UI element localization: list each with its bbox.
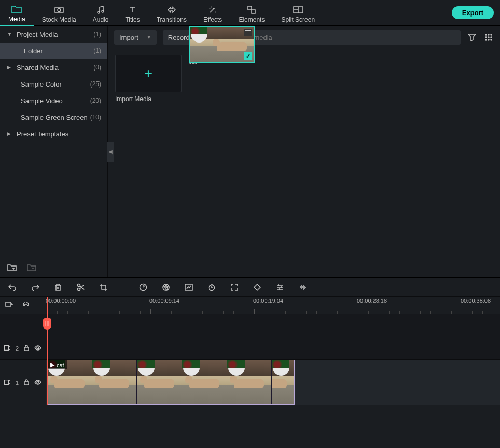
sidebar-item-project-media[interactable]: ▼ Project Media (1) <box>0 26 107 43</box>
filter-icon[interactable] <box>467 32 477 43</box>
media-clip-cat[interactable]: ✓ cat <box>189 55 255 65</box>
svg-rect-0 <box>55 7 63 13</box>
tab-titles[interactable]: Titles <box>117 0 148 26</box>
svg-point-25 <box>37 347 39 349</box>
chevron-right-icon: ▶ <box>7 65 12 70</box>
color-icon[interactable] <box>161 282 171 292</box>
chevron-right-icon: ▶ <box>7 131 12 136</box>
svg-point-8 <box>485 34 487 35</box>
sidebar-list: ▼ Project Media (1) Folder (1) ▶ Shared … <box>0 26 107 259</box>
search-input[interactable] <box>231 34 455 41</box>
sidebar-item-sample-green-screen[interactable]: Sample Green Screen (10) <box>0 109 107 125</box>
import-dropdown[interactable]: Import ▼ <box>114 30 157 45</box>
grid-view-icon[interactable] <box>483 32 494 43</box>
undo-icon[interactable] <box>7 282 18 292</box>
lock-icon[interactable] <box>24 345 29 352</box>
svg-point-14 <box>485 39 487 40</box>
sidebar-item-sample-video[interactable]: Sample Video (20) <box>0 92 107 109</box>
svg-point-15 <box>488 39 489 40</box>
delete-icon[interactable] <box>53 282 63 292</box>
tab-split-screen[interactable]: Split Screen <box>273 0 323 26</box>
add-track-icon[interactable] <box>5 301 13 310</box>
sidebar-collapse-handle[interactable]: ◀ <box>107 142 114 162</box>
crop-icon[interactable] <box>99 282 109 292</box>
svg-point-11 <box>485 37 487 38</box>
svg-rect-22 <box>6 302 11 306</box>
tab-label: Split Screen <box>281 16 315 23</box>
timeline-panel: 00:00:00:0000:00:09:1400:00:19:0400:00:2… <box>0 277 500 405</box>
sidebar-item-preset-templates[interactable]: ▶ Preset Templates <box>0 125 107 142</box>
green-screen-icon[interactable] <box>184 282 194 292</box>
text-icon <box>128 5 138 15</box>
delete-folder-icon[interactable] <box>27 264 36 273</box>
ruler-time-label: 00:00:19:04 <box>253 298 283 304</box>
svg-point-13 <box>491 37 492 38</box>
new-folder-icon[interactable] <box>7 264 17 273</box>
svg-rect-5 <box>252 10 255 13</box>
tab-effects[interactable]: Effects <box>195 0 230 26</box>
tab-label: Transitions <box>157 16 187 23</box>
sidebar-item-sample-color[interactable]: Sample Color (25) <box>0 76 107 92</box>
link-icon[interactable] <box>22 301 30 310</box>
music-icon <box>95 5 106 15</box>
export-button[interactable]: Export <box>452 6 494 19</box>
duration-icon[interactable] <box>206 282 217 292</box>
tab-label: Elements <box>239 16 265 23</box>
svg-point-28 <box>37 381 39 383</box>
sidebar-item-folder[interactable]: Folder (1) <box>0 43 107 59</box>
svg-point-10 <box>491 34 492 35</box>
visibility-icon[interactable] <box>34 380 41 386</box>
fit-icon[interactable] <box>229 282 240 292</box>
keyframe-icon[interactable] <box>252 282 262 292</box>
sidebar-item-shared-media[interactable]: ▶ Shared Media (0) <box>0 59 107 76</box>
svg-rect-24 <box>24 347 29 351</box>
svg-point-1 <box>58 8 61 11</box>
timeline-tracks: 2 1 ▶ cat <box>0 314 500 405</box>
tab-label: Effects <box>203 16 222 23</box>
ruler-time-label: 00:00:09:14 <box>149 298 179 304</box>
folder-icon <box>11 4 22 15</box>
svg-rect-4 <box>248 6 252 10</box>
content-toolbar: Import ▼ Record ▼ <box>108 26 500 49</box>
video-track-icon <box>4 345 10 352</box>
lock-icon[interactable] <box>24 379 29 386</box>
audio-mix-icon[interactable] <box>298 282 308 292</box>
ruler-time-label: 00:00:28:18 <box>357 298 387 304</box>
visibility-icon[interactable] <box>34 345 41 352</box>
tab-label: Stock Media <box>42 16 76 23</box>
camera-icon <box>54 5 64 15</box>
svg-point-3 <box>102 10 104 12</box>
tab-label: Titles <box>125 16 140 23</box>
video-badge-icon <box>244 29 252 36</box>
tab-transitions[interactable]: Transitions <box>148 0 195 26</box>
tab-media[interactable]: Media <box>0 0 34 26</box>
svg-point-2 <box>98 11 100 13</box>
svg-rect-27 <box>24 382 29 385</box>
import-media-cell[interactable]: + Import Media <box>115 55 182 103</box>
tab-audio[interactable]: Audio <box>85 0 117 26</box>
track-video-2[interactable]: 2 <box>0 337 500 360</box>
sidebar: ▼ Project Media (1) Folder (1) ▶ Shared … <box>0 26 107 277</box>
svg-rect-26 <box>5 380 9 384</box>
play-icon: ▶ <box>50 361 54 368</box>
track-video-1[interactable]: 1 ▶ cat <box>0 360 500 405</box>
ruler-time-label: 00:00:38:08 <box>461 298 491 304</box>
svg-point-16 <box>491 39 492 40</box>
video-track-icon <box>4 380 10 386</box>
split-icon[interactable] <box>76 282 86 292</box>
timeline-toolbar <box>0 278 500 297</box>
timeline-clip-cat[interactable]: ▶ cat <box>47 360 295 405</box>
adjust-icon[interactable] <box>275 282 285 292</box>
track-number: 1 <box>16 380 19 386</box>
tab-stock-media[interactable]: Stock Media <box>34 0 85 26</box>
timeline-ruler[interactable]: 00:00:00:0000:00:09:1400:00:19:0400:00:2… <box>0 297 500 314</box>
tab-elements[interactable]: Elements <box>230 0 273 26</box>
tab-label: Media <box>8 16 25 23</box>
svg-point-9 <box>488 34 489 35</box>
svg-rect-23 <box>5 345 9 350</box>
speed-icon[interactable] <box>138 282 148 292</box>
split-screen-icon <box>293 5 303 15</box>
redo-icon[interactable] <box>30 282 40 292</box>
content-area: Import ▼ Record ▼ + Import Media <box>107 26 500 277</box>
tab-label: Audio <box>93 16 109 23</box>
